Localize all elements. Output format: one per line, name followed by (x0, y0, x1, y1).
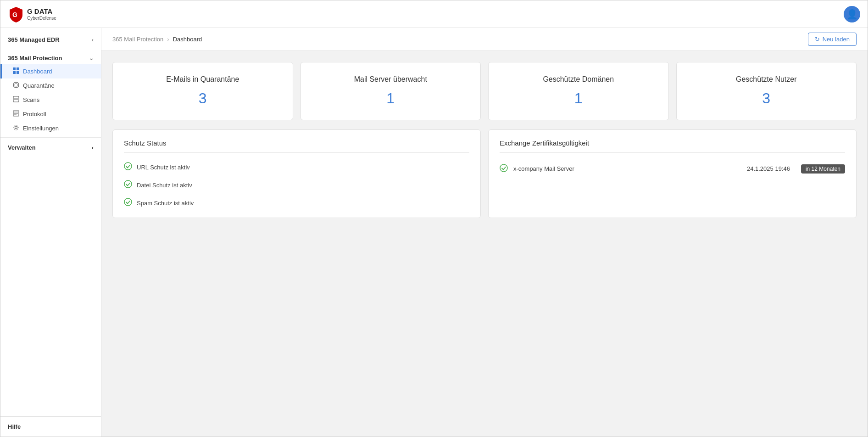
sidebar-item-dashboard[interactable]: ​ Dashboard (0, 64, 101, 78)
sidebar-item-protokoll-label: Protokoll (23, 111, 46, 118)
reload-icon: ↻ (815, 36, 820, 43)
status-item-spam-label: Spam Schutz ist aktiv (137, 200, 194, 207)
breadcrumb: 365 Mail Protection › Dashboard (112, 36, 202, 43)
sidebar-section-verwalten[interactable]: Verwalten ‹ (0, 140, 101, 154)
svg-point-15 (124, 162, 132, 170)
logo-name: G DATA (27, 7, 56, 16)
stat-card-domaenen: Geschützte Domänen 1 (488, 62, 669, 120)
svg-point-17 (124, 198, 132, 206)
svg-rect-4 (17, 71, 19, 74)
svg-point-14 (15, 127, 17, 129)
sidebar-item-quarantaene-label: Quarantäne (23, 82, 55, 89)
breadcrumb-parent[interactable]: 365 Mail Protection (112, 36, 163, 43)
sidebar-section-verwalten-label: Verwalten (8, 144, 36, 151)
stat-card-nutzer: Geschützte Nutzer 3 (676, 62, 857, 120)
status-item-datei-label: Datei Schutz ist aktiv (137, 182, 192, 189)
svg-rect-3 (13, 71, 16, 74)
protokoll-icon (13, 110, 19, 118)
chevron-left-icon: ‹ (92, 144, 94, 151)
cert-row: x-company Mail Server 24.1.2025 19:46 in… (500, 159, 845, 178)
schutz-status-card: Schutz Status URL Schutz ist aktiv (112, 129, 481, 218)
topbar: G G DATA CyberDefense 👤 (0, 0, 868, 28)
breadcrumb-current: Dashboard (173, 36, 202, 43)
schutz-status-title: Schutz Status (124, 139, 469, 153)
zertifikat-card: Exchange Zertifikatsgültigkeit x-company… (488, 129, 857, 218)
sidebar-hilfe-label: Hilfe (8, 423, 21, 430)
cert-badge: in 12 Monaten (801, 164, 845, 174)
dashboard-icon: ​ (13, 67, 19, 75)
cert-date: 24.1.2025 19:46 (747, 165, 790, 172)
sidebar-item-scans[interactable]: Scans (0, 93, 101, 107)
svg-point-16 (124, 180, 132, 188)
dashboard-content: E-Mails in Quarantäne 3 Mail Server über… (101, 51, 868, 229)
content-area: 365 Mail Protection › Dashboard ↻ Neu la… (101, 28, 868, 437)
stat-card-domaenen-title: Geschützte Domänen (543, 75, 614, 84)
stat-cards-row: E-Mails in Quarantäne 3 Mail Server über… (112, 62, 857, 120)
reload-button[interactable]: ↻ Neu laden (808, 33, 857, 46)
sidebar-divider-1 (0, 48, 101, 48)
gdata-logo-icon: G (8, 6, 24, 22)
chevron-right-icon: ‹ (92, 37, 94, 43)
check-icon-url (124, 162, 132, 173)
svg-rect-1 (13, 67, 16, 70)
check-icon-datei (124, 180, 132, 190)
sidebar-item-einstellungen-label: Einstellungen (23, 125, 59, 132)
scans-icon (13, 96, 19, 104)
sidebar-item-quarantaene[interactable]: Quarantäne (0, 78, 101, 93)
status-item-url-label: URL Schutz ist aktiv (137, 164, 190, 171)
status-item-url: URL Schutz ist aktiv (124, 162, 469, 173)
sidebar-item-dashboard-label: Dashboard (23, 68, 52, 75)
stat-card-quarantaene-value: 3 (199, 90, 207, 107)
quarantaene-icon (13, 82, 19, 90)
reload-label: Neu laden (823, 36, 850, 43)
sidebar-item-einstellungen[interactable]: Einstellungen (0, 121, 101, 135)
stat-card-nutzer-value: 3 (762, 90, 770, 107)
stat-card-domaenen-value: 1 (574, 90, 583, 107)
stat-card-mailserver-title: Mail Server überwacht (354, 75, 427, 84)
cert-check-icon (500, 164, 508, 174)
status-item-spam: Spam Schutz ist aktiv (124, 198, 469, 208)
status-item-datei: Datei Schutz ist aktiv (124, 180, 469, 190)
sidebar-item-protokoll[interactable]: Protokoll (0, 107, 101, 121)
sidebar-section-edr-label: 365 Managed EDR (8, 36, 60, 43)
stat-card-nutzer-title: Geschützte Nutzer (736, 75, 797, 84)
svg-rect-7 (13, 96, 19, 102)
logo-sub: CyberDefense (27, 16, 56, 21)
sidebar-section-mail[interactable]: 365 Mail Protection ⌄ (0, 50, 101, 64)
sidebar-divider-2 (0, 137, 101, 138)
stat-card-quarantaene-title: E-Mails in Quarantäne (166, 75, 239, 84)
svg-point-18 (500, 164, 507, 172)
sidebar-item-scans-label: Scans (23, 96, 39, 103)
sidebar-section-mail-label: 365 Mail Protection (8, 55, 62, 62)
sidebar: 365 Managed EDR ‹ 365 Mail Protection ⌄ … (0, 28, 101, 437)
zertifikat-title: Exchange Zertifikatsgültigkeit (500, 139, 845, 153)
logo: G G DATA CyberDefense (8, 6, 56, 22)
stat-card-mailserver: Mail Server überwacht 1 (300, 62, 481, 120)
stat-card-mailserver-value: 1 (386, 90, 395, 107)
user-avatar[interactable]: 👤 (844, 6, 860, 22)
cert-table: x-company Mail Server 24.1.2025 19:46 in… (500, 159, 845, 178)
svg-rect-2 (17, 67, 19, 70)
svg-point-6 (15, 84, 17, 86)
bottom-cards-row: Schutz Status URL Schutz ist aktiv (112, 129, 857, 218)
chevron-down-icon: ⌄ (89, 55, 94, 62)
sidebar-hilfe[interactable]: Hilfe (0, 416, 101, 437)
status-list: URL Schutz ist aktiv Datei Schutz ist ak (124, 159, 469, 208)
svg-text:G: G (12, 11, 17, 18)
stat-card-quarantaene: E-Mails in Quarantäne 3 (112, 62, 293, 120)
sidebar-section-edr[interactable]: 365 Managed EDR ‹ (0, 32, 101, 46)
cert-server-name: x-company Mail Server (513, 165, 741, 172)
check-icon-spam (124, 198, 132, 208)
content-header: 365 Mail Protection › Dashboard ↻ Neu la… (101, 28, 868, 51)
einstellungen-icon (13, 124, 19, 132)
svg-point-5 (13, 82, 19, 88)
user-icon: 👤 (846, 9, 858, 20)
breadcrumb-separator: › (167, 36, 169, 43)
